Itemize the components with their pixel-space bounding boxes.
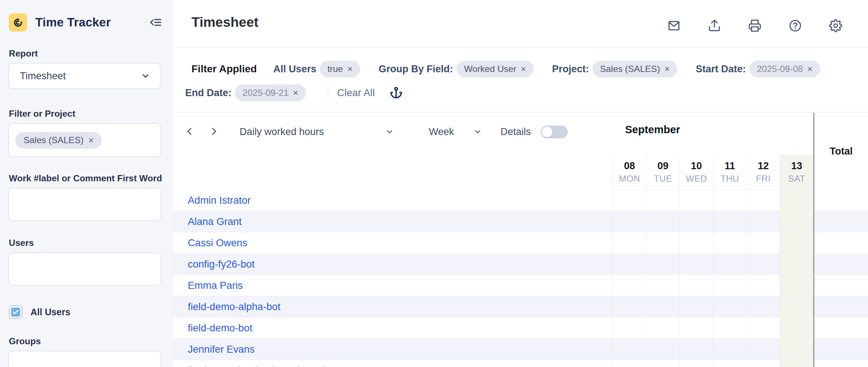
day-cell[interactable] (613, 232, 646, 253)
day-cell[interactable] (746, 254, 780, 275)
day-cell[interactable] (613, 275, 646, 296)
users-input[interactable] (8, 252, 161, 286)
day-cell[interactable] (746, 232, 780, 253)
day-cell[interactable] (613, 296, 646, 317)
next-period-button[interactable] (208, 125, 219, 138)
day-cell[interactable] (679, 254, 713, 275)
month-header: September (625, 124, 680, 136)
remove-filter-end-date-icon[interactable]: × (293, 88, 298, 97)
settings-icon (829, 19, 842, 32)
day-cell[interactable] (613, 190, 646, 211)
day-cell[interactable] (746, 339, 780, 360)
previous-period-button[interactable] (184, 125, 195, 138)
day-cell[interactable] (646, 211, 679, 232)
user-link[interactable]: field-demo-alpha-bot (188, 301, 280, 313)
remove-filter-start-date-icon[interactable]: × (807, 65, 813, 73)
day-cell[interactable] (713, 254, 746, 275)
day-cell-weekend[interactable] (780, 232, 813, 253)
day-cell-weekend[interactable] (780, 296, 813, 317)
day-cell[interactable] (713, 275, 746, 296)
user-link[interactable]: config-fy26-bot (188, 258, 255, 270)
day-cell[interactable] (646, 339, 679, 360)
day-cell[interactable] (679, 211, 713, 232)
day-cell[interactable] (679, 317, 713, 338)
table-row: Jennifer Evans (173, 339, 868, 360)
day-cell[interactable] (713, 232, 746, 253)
remove-filter-group-by-icon[interactable]: × (521, 65, 526, 73)
day-cell[interactable] (646, 296, 679, 317)
day-cell[interactable] (713, 339, 746, 360)
day-cell[interactable] (746, 190, 780, 211)
timesheet-board: Daily worked hours Week Details Septembe… (173, 112, 868, 367)
day-cell[interactable] (746, 360, 780, 367)
day-cell[interactable] (646, 232, 679, 253)
day-cell-weekend[interactable] (780, 254, 813, 275)
report-select[interactable]: Timesheet (8, 63, 161, 89)
user-link[interactable]: Emma Paris (188, 280, 243, 291)
day-cell[interactable] (613, 211, 646, 232)
day-cell[interactable] (713, 211, 746, 232)
day-cell[interactable] (746, 296, 780, 317)
user-link[interactable]: jira-integration-loadtest-demo-bot (188, 365, 337, 367)
day-cell-weekend[interactable] (780, 190, 813, 211)
remove-filter-all-users-icon[interactable]: × (347, 65, 352, 73)
export-icon (708, 19, 721, 32)
filter-applied-label: Filter Applied (191, 63, 257, 75)
day-cell[interactable] (646, 360, 679, 367)
day-cell[interactable] (679, 360, 713, 367)
user-name-cell: Admin Istrator (173, 190, 613, 211)
day-cell[interactable] (746, 275, 780, 296)
user-link[interactable]: Admin Istrator (188, 195, 251, 206)
user-link[interactable]: field-demo-bot (188, 322, 252, 334)
day-cell[interactable] (746, 317, 780, 338)
anchor-button[interactable] (390, 86, 403, 99)
day-cell[interactable] (679, 275, 713, 296)
day-cell[interactable] (646, 275, 679, 296)
email-button[interactable] (667, 19, 681, 32)
all-users-checkbox[interactable] (9, 305, 22, 319)
details-toggle[interactable] (541, 126, 568, 138)
day-cell[interactable] (713, 296, 746, 317)
day-cell-weekend[interactable] (780, 317, 813, 338)
print-button[interactable] (748, 19, 761, 32)
day-cell[interactable] (613, 360, 646, 367)
user-link[interactable]: Alana Grant (188, 216, 242, 228)
day-cell-weekend[interactable] (780, 339, 813, 360)
table-row: field-demo-alpha-bot (173, 296, 868, 317)
day-cell[interactable] (713, 360, 746, 367)
day-column-headers: 08MON 09TUE 10WED 11THU 12FRI 13SAT (613, 155, 813, 190)
help-button[interactable] (789, 19, 802, 32)
day-cell[interactable] (679, 232, 713, 253)
clear-all-button[interactable]: Clear All (337, 87, 374, 99)
filter-or-project-input[interactable]: Sales (SALES) × (8, 123, 161, 157)
day-cell[interactable] (646, 190, 679, 211)
remove-filter-project-icon[interactable]: × (664, 65, 670, 73)
user-link[interactable]: Cassi Owens (188, 237, 247, 249)
day-cell[interactable] (713, 317, 746, 338)
remove-project-chip-icon[interactable]: × (88, 136, 94, 145)
day-cell-weekend[interactable] (780, 360, 813, 367)
total-cell (813, 317, 868, 338)
day-cell[interactable] (646, 317, 679, 338)
day-cell-weekend[interactable] (780, 211, 813, 232)
day-cell[interactable] (746, 211, 780, 232)
day-cell[interactable] (613, 317, 646, 338)
period-dropdown[interactable]: Week (429, 126, 482, 138)
metric-dropdown[interactable]: Daily worked hours (240, 126, 394, 138)
collapse-sidebar-button[interactable] (148, 15, 163, 30)
day-cell[interactable] (646, 254, 679, 275)
day-cell[interactable] (679, 339, 713, 360)
export-button[interactable] (708, 19, 721, 32)
day-cell[interactable] (679, 296, 713, 317)
settings-button[interactable] (829, 19, 842, 32)
groups-input[interactable] (8, 351, 161, 367)
day-cell-weekend[interactable] (780, 275, 813, 296)
user-link[interactable]: Jennifer Evans (188, 344, 255, 355)
help-icon (789, 19, 802, 32)
work-label-input[interactable] (8, 188, 161, 221)
day-cell[interactable] (713, 190, 746, 211)
day-cell[interactable] (679, 190, 713, 211)
day-cell[interactable] (613, 339, 646, 360)
work-label-label: Work #label or Comment First Word (9, 173, 162, 184)
day-cell[interactable] (613, 254, 646, 275)
